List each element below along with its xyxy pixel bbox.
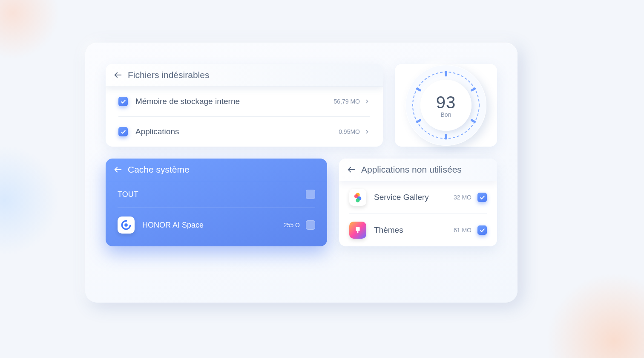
decorative-circle bbox=[546, 273, 644, 358]
cache-list: TOUT HONOR AI Space 255 O bbox=[106, 181, 327, 242]
decorative-circle bbox=[0, 145, 60, 256]
main-panel: Fichiers indésirables Mémoire de stockag… bbox=[85, 43, 518, 303]
undesirable-files-card: Fichiers indésirables Mémoire de stockag… bbox=[106, 64, 383, 147]
unused-apps-card: Applications non utilisées Service Galle… bbox=[339, 159, 497, 246]
chevron-right-icon[interactable] bbox=[364, 98, 370, 104]
honor-ai-space-icon bbox=[118, 217, 135, 234]
undesirable-item-storage[interactable]: Mémoire de stockage interne 56,79 MO bbox=[118, 87, 370, 116]
unused-header: Applications non utilisées bbox=[339, 159, 497, 181]
gauge: 93 Bon bbox=[405, 65, 486, 146]
unused-title: Applications non utilisées bbox=[361, 165, 462, 175]
svg-point-1 bbox=[413, 72, 479, 139]
svg-line-4 bbox=[472, 120, 475, 122]
cache-header: Cache système bbox=[106, 159, 327, 181]
svg-line-6 bbox=[417, 120, 420, 122]
item-size: 61 MO bbox=[454, 227, 472, 234]
service-gallery-icon bbox=[349, 189, 366, 206]
undesirable-list: Mémoire de stockage interne 56,79 MO App… bbox=[106, 87, 383, 147]
svg-line-3 bbox=[472, 89, 475, 90]
item-size: 56,79 MO bbox=[334, 98, 360, 105]
undesirable-item-applications[interactable]: Applications 0.95MO bbox=[118, 116, 370, 147]
checkbox-checked-icon[interactable] bbox=[477, 193, 487, 202]
themes-icon bbox=[349, 222, 366, 239]
item-label: Applications bbox=[135, 127, 339, 136]
checkbox-checked-icon[interactable] bbox=[477, 225, 487, 235]
item-label: Thèmes bbox=[374, 225, 454, 235]
checkbox-checked-icon[interactable] bbox=[118, 127, 128, 136]
svg-point-10 bbox=[124, 223, 128, 227]
item-label: Service Gallery bbox=[374, 193, 454, 202]
item-size: 255 O bbox=[284, 222, 300, 228]
undesirable-title: Fichiers indésirables bbox=[128, 70, 209, 80]
chevron-right-icon[interactable] bbox=[364, 129, 370, 135]
back-arrow-icon[interactable] bbox=[113, 165, 123, 174]
checkbox-unchecked-icon[interactable] bbox=[306, 220, 315, 230]
gauge-ticks-icon bbox=[409, 68, 483, 142]
item-label: Mémoire de stockage interne bbox=[135, 97, 334, 106]
item-size: 32 MO bbox=[454, 194, 472, 201]
decorative-circle bbox=[0, 0, 60, 60]
checkbox-checked-icon[interactable] bbox=[118, 97, 128, 106]
item-label: TOUT bbox=[118, 190, 300, 199]
svg-line-7 bbox=[417, 89, 420, 90]
unused-item-themes[interactable]: Thèmes 61 MO bbox=[349, 214, 487, 246]
cache-item-honor-ai-space[interactable]: HONOR AI Space 255 O bbox=[118, 208, 315, 242]
undesirable-header: Fichiers indésirables bbox=[106, 64, 383, 87]
unused-list: Service Gallery 32 MO Thèmes 61 MO bbox=[339, 181, 497, 246]
item-label: HONOR AI Space bbox=[142, 221, 284, 230]
item-size: 0.95MO bbox=[339, 128, 360, 135]
checkbox-unchecked-icon[interactable] bbox=[306, 190, 315, 199]
back-arrow-icon[interactable] bbox=[113, 70, 123, 80]
unused-item-service-gallery[interactable]: Service Gallery 32 MO bbox=[349, 181, 487, 214]
cache-item-all[interactable]: TOUT bbox=[118, 181, 315, 208]
score-card: 93 Bon bbox=[395, 64, 497, 147]
svg-rect-13 bbox=[357, 231, 359, 233]
back-arrow-icon[interactable] bbox=[347, 165, 356, 174]
svg-rect-12 bbox=[356, 227, 359, 231]
cache-title: Cache système bbox=[128, 165, 190, 175]
system-cache-card: Cache système TOUT HONOR AI Space 255 O bbox=[106, 159, 327, 246]
